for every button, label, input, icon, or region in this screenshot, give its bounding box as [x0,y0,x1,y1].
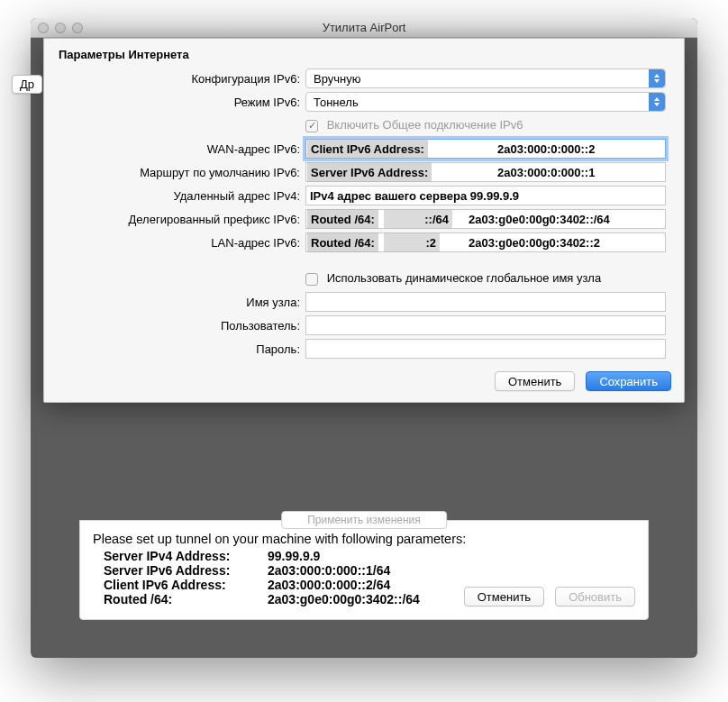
zoom-icon[interactable] [72,23,83,33]
prefix-label: Делегированный префикс IPv6: [62,213,305,226]
save-button[interactable]: Сохранить [586,371,671,391]
ipv6-mode-value: Тоннель [314,96,359,109]
dialog-heading: Параметры Интернета [44,39,684,67]
user-input[interactable] [305,315,666,335]
tunnel-line: Server IPv4 Address:99.99.9.9 [93,549,635,563]
cancel-button[interactable]: Отменить [495,371,575,391]
dyn-hostname-label: Использовать динамическое глобальное имя… [327,271,602,285]
window-title: Утилита AirPort [323,21,406,34]
back-button[interactable]: Др [12,75,42,94]
wan-label: WAN-адрес IPv6: [62,142,305,156]
prefix-input[interactable]: Routed /64: ::/64 2a03:g0e0:00g0:3402::/… [305,209,666,229]
overlay-client-ipv6-value: 2a03:000:0:000::2 [497,139,595,159]
traffic-lights [38,23,83,33]
overlay-server-ipv6-value: 2a03:000:0:000::1 [497,162,595,182]
ipv6-config-value: Вручную [314,72,360,86]
overlay-remote4: IPv4 адрес вашего сервера 99.99.9.9 [310,186,519,205]
lan-input[interactable]: Routed /64: :2 2a03:g0e0:00g0:3402::2 [305,232,666,252]
remote4-input[interactable]: IPv4 адрес вашего сервера 99.99.9.9 [305,186,666,205]
apply-button[interactable]: Применить изменения [281,511,447,529]
overlay-routed-label: Routed /64: [307,209,378,229]
lower-update-button[interactable]: Обновить [555,587,635,606]
ipv6-mode-select[interactable]: Тоннель [305,92,666,112]
ipv6-config-label: Конфигурация IPv6: [62,72,305,86]
tunnel-heading: Please set up tunnel on your machine wit… [93,532,635,546]
wan-input[interactable]: Client IPv6 Address: 2a03:000:0:000::2 [305,139,666,159]
close-icon[interactable] [38,23,49,33]
overlay-client-ipv6-label: Client IPv6 Address: [307,139,428,159]
overlay-server-ipv6-label: Server IPv6 Address: [307,162,432,182]
remote4-label: Удаленный адрес IPv4: [62,189,305,203]
dyn-hostname-checkbox[interactable]: ✓ [305,273,318,286]
tunnel-line: Server IPv6 Address:2a03:000:0:000::1/64 [93,563,635,578]
enable-share-checkbox[interactable]: ✓ [305,120,318,132]
chevron-updown-icon [649,69,665,87]
ipv6-mode-label: Режим IPv6: [62,96,305,109]
route-label: Маршрут по умолчанию IPv6: [62,166,305,179]
enable-share-label: Включить Общее подключение IPv6 [327,118,523,132]
lower-cancel-button[interactable]: Отменить [464,587,544,606]
host-input[interactable] [305,292,666,312]
user-label: Пользователь: [62,319,305,333]
overlay-routed-value: 2a03:g0e0:00g0:3402::/64 [469,209,610,229]
minimize-icon[interactable] [55,23,66,33]
host-label: Имя узла: [62,296,305,309]
overlay-lan-value: 2a03:g0e0:00g0:3402::2 [469,232,600,252]
pass-label: Пароль: [62,342,305,356]
pass-input[interactable] [305,339,666,359]
overlay-lan-label: Routed /64: [307,232,378,252]
title-bar: Утилита AirPort [31,18,697,38]
lower-panel: Применить изменения Please set up tunnel… [79,520,649,620]
route-input[interactable]: Server IPv6 Address: 2a03:000:0:000::1 [305,162,666,182]
lan-label: LAN-адрес IPv6: [62,236,305,250]
chevron-updown-icon [649,93,665,111]
internet-settings-dialog: Др Параметры Интернета Конфигурация IPv6… [43,38,685,403]
ipv6-config-select[interactable]: Вручную [305,68,666,88]
outer-window: Утилита AirPort Др Параметры Интернета К… [31,18,697,658]
overlay-routed-mask: ::/64 [384,209,452,229]
overlay-lan-mask: :2 [384,232,440,252]
